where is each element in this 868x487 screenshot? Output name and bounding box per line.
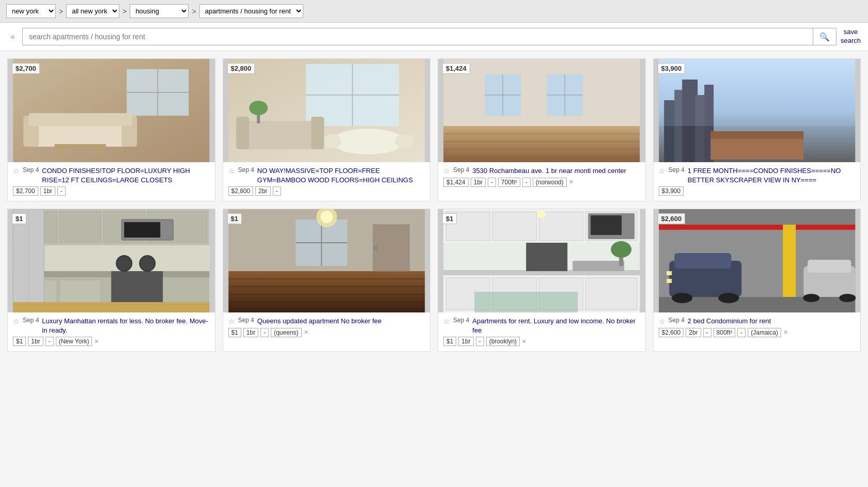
listing-info-1: ☆Sep 4CONDO FINISHES!TOP FLOOR=LUXURY HI… [8, 162, 215, 201]
category-select[interactable]: housing apts/housing rooms/shared sublet… [130, 4, 189, 18]
price-badge-7: $1 [442, 213, 457, 224]
listing-tag: 1br [28, 337, 43, 346]
listing-info-5: ☆Sep 4Luxury Manhattan rentals for less.… [8, 312, 215, 351]
svg-point-106 [672, 293, 692, 303]
remove-tag-button[interactable]: ✕ [94, 338, 99, 345]
svg-rect-10 [59, 148, 65, 156]
listing-tag: $2,800 [228, 186, 254, 196]
listing-info-6: ☆Sep 4Queens updated apartment No broker… [223, 312, 430, 342]
arrow-3: > [192, 7, 196, 15]
search-button[interactable]: 🔍 [813, 28, 836, 45]
svg-rect-63 [13, 302, 209, 312]
listing-date-4: Sep 4 [669, 166, 685, 174]
svg-point-98 [537, 210, 546, 218]
svg-point-61 [116, 256, 132, 271]
star-icon[interactable]: ☆ [13, 167, 20, 175]
listings-grid: $2,700☆Sep 4CONDO FINISHES!TOP FLOOR=LUX… [0, 51, 868, 359]
svg-rect-83 [539, 212, 583, 241]
listing-title-6[interactable]: Queens updated apartment No broker fee [257, 317, 382, 326]
listing-tag: (brooklyn) [486, 337, 520, 346]
listing-tag: - [488, 178, 496, 187]
svg-point-96 [611, 241, 631, 258]
listing-tags-3: $1,4241br-700ft²-(norwood)✕ [443, 178, 640, 187]
price-badge-6: $1 [227, 213, 242, 224]
listing-tag: $1 [228, 328, 241, 337]
star-icon[interactable]: ☆ [228, 167, 235, 175]
svg-point-18 [395, 134, 413, 149]
listing-tag: 1br [243, 328, 258, 337]
remove-tag-button[interactable]: ✕ [569, 179, 574, 185]
search-input[interactable] [23, 28, 813, 45]
svg-rect-49 [59, 212, 101, 243]
listing-date-2: Sep 4 [238, 166, 254, 174]
listing-tags-4: $3,900 [659, 186, 856, 196]
listing-title-7[interactable]: Apartments for rent. Luxury and low inco… [472, 317, 640, 335]
listing-card-4: $3,900☆Sep 41 FREE MONTH====CONDO FINISH… [653, 58, 861, 201]
svg-rect-8 [28, 113, 132, 126]
search-icon: 🔍 [819, 33, 830, 41]
svg-rect-92 [585, 278, 637, 310]
listing-card-8: $2,600☆Sep 42 bed Condominium for rent$2… [653, 209, 861, 352]
star-icon[interactable]: ☆ [443, 317, 450, 325]
type-select[interactable]: apartments / housing for rent apts wante… [199, 4, 303, 18]
star-icon[interactable]: ☆ [659, 317, 665, 325]
star-icon[interactable]: ☆ [13, 317, 20, 325]
listing-tag: (Jamaica) [748, 328, 781, 337]
listing-image-wrap-1: $2,700 [8, 59, 215, 162]
listing-tags-2: $2,8002br- [228, 186, 425, 196]
price-badge-1: $2,700 [12, 63, 40, 74]
remove-tag-button[interactable]: ✕ [783, 329, 788, 336]
listing-tag: - [703, 328, 711, 337]
star-icon[interactable]: ☆ [659, 167, 665, 175]
listing-card-6: $1☆Sep 4Queens updated apartment No brok… [223, 209, 431, 352]
listing-tag: $1,424 [443, 178, 469, 187]
listing-card-3: $1,424☆Sep 43530 Rochambeau ave. 1 br ne… [438, 58, 646, 201]
save-search-link[interactable]: savesearch [841, 28, 861, 45]
listing-tag: $3,900 [659, 186, 684, 196]
listing-tag: (New York) [56, 337, 92, 346]
listing-tags-7: $11br-(brooklyn)✕ [443, 337, 640, 346]
svg-rect-21 [311, 117, 324, 149]
listing-tag: - [273, 186, 281, 196]
location-select[interactable]: new york bronx brooklyn manhattan queens [6, 4, 56, 18]
listing-title-5[interactable]: Luxury Manhattan rentals for less. No br… [42, 317, 209, 335]
listing-tag: $2,600 [659, 328, 684, 337]
listing-title-4[interactable]: 1 FREE MONTH====CONDO FINISHES=====NO BE… [688, 166, 855, 184]
listing-date-1: Sep 4 [23, 166, 39, 174]
listing-tag: - [260, 328, 269, 337]
listing-card-1: $2,700☆Sep 4CONDO FINISHES!TOP FLOOR=LUX… [7, 58, 215, 201]
listing-image-wrap-8: $2,600 [654, 209, 861, 312]
remove-tag-button[interactable]: ✕ [522, 338, 526, 345]
listing-title-2[interactable]: NO WAY!MASSIVE=TOP FLOOR=FREE GYM=BAMBOO… [257, 166, 425, 184]
listing-title-1[interactable]: CONDO FINISHES!TOP FLOOR=LUXURY HIGH RIS… [42, 166, 209, 184]
svg-rect-19 [239, 121, 316, 149]
remove-tag-button[interactable]: ✕ [304, 329, 308, 336]
star-icon[interactable]: ☆ [443, 167, 450, 175]
listing-tags-6: $11br-(queens)✕ [228, 328, 425, 337]
listing-info-3: ☆Sep 43530 Rochambeau ave. 1 br near mon… [438, 162, 645, 192]
top-nav: new york bronx brooklyn manhattan queens… [0, 0, 868, 23]
listing-title-8[interactable]: 2 bed Condominium for rent [688, 317, 771, 326]
svg-rect-20 [236, 117, 249, 149]
listing-tag: 800ft² [714, 328, 736, 337]
listing-date-3: Sep 4 [453, 166, 469, 174]
svg-rect-44 [710, 139, 803, 160]
listing-info-4: ☆Sep 41 FREE MONTH====CONDO FINISHES====… [654, 162, 861, 201]
listing-card-2: $2,800☆Sep 4NO WAY!MASSIVE=TOP FLOOR=FRE… [223, 58, 431, 201]
svg-point-62 [140, 256, 155, 271]
listing-title-3[interactable]: 3530 Rochambeau ave. 1 br near monti med… [472, 166, 626, 176]
svg-rect-93 [526, 243, 567, 271]
listing-tag: (norwood) [533, 178, 567, 187]
star-icon[interactable]: ☆ [228, 317, 235, 325]
collapse-button[interactable]: « [7, 31, 18, 42]
price-badge-3: $1,424 [442, 63, 470, 74]
svg-point-78 [320, 211, 333, 223]
listing-tag: 1br [40, 186, 55, 196]
region-select[interactable]: all new york bronx brooklyn manhattan qu… [66, 4, 119, 18]
svg-rect-75 [373, 225, 409, 271]
listing-info-7: ☆Sep 4Apartments for rent. Luxury and lo… [438, 312, 645, 351]
listing-info-2: ☆Sep 4NO WAY!MASSIVE=TOP FLOOR=FREE GYM=… [223, 162, 430, 201]
listing-image-wrap-7: $1 [438, 209, 645, 312]
price-badge-2: $2,800 [227, 63, 255, 74]
svg-point-16 [332, 129, 404, 154]
